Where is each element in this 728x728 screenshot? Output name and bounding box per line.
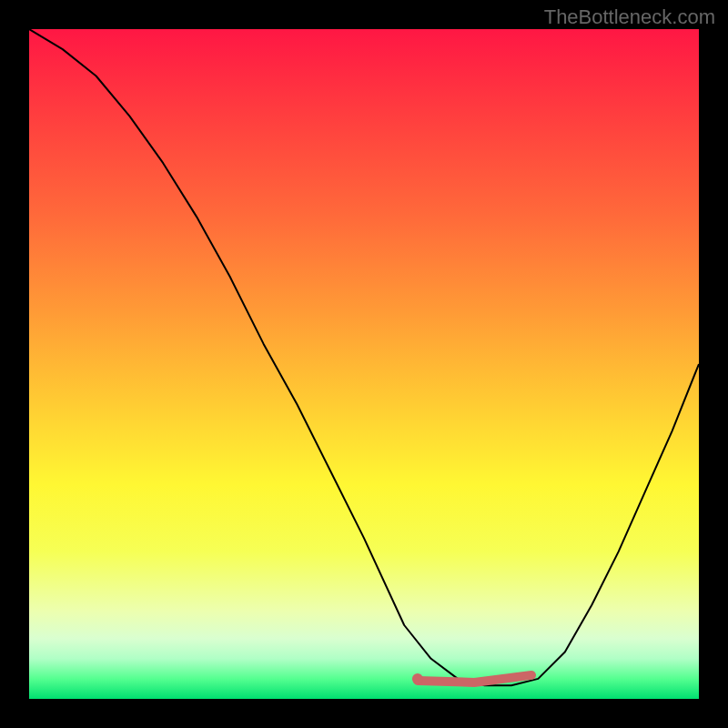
curve-overlay bbox=[29, 29, 699, 699]
chart-container: TheBottleneck.com bbox=[0, 0, 728, 728]
plateau-marker-dot bbox=[412, 673, 423, 684]
watermark-text: TheBottleneck.com bbox=[544, 5, 715, 29]
bottleneck-curve-path bbox=[29, 29, 699, 685]
plot-area bbox=[29, 29, 699, 699]
plateau-marker-path bbox=[418, 675, 531, 682]
